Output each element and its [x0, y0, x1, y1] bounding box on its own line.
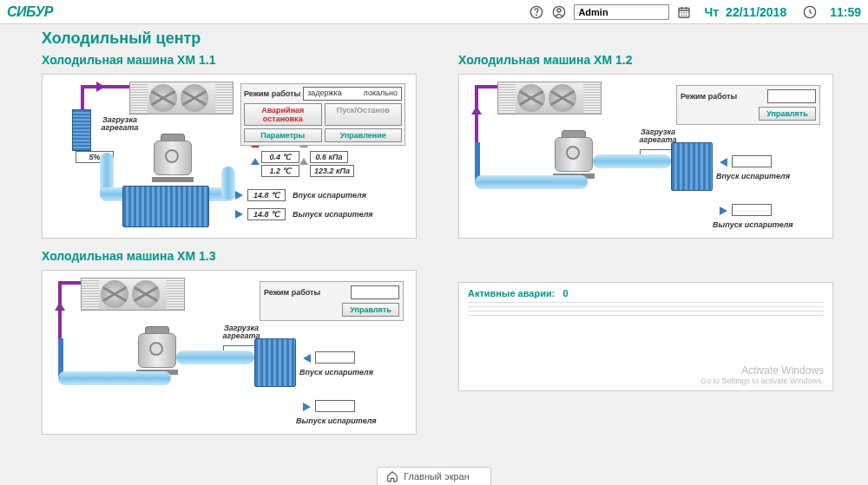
temp2-value: 1.2 ℃: [261, 165, 299, 177]
svg-point-1: [536, 15, 537, 16]
calendar-icon[interactable]: [676, 4, 692, 20]
home-icon: [386, 470, 398, 482]
heat-exchanger-icon: [122, 186, 209, 227]
mode-value2: локально: [364, 88, 398, 99]
alarm-count: 0: [563, 288, 569, 298]
machine-title-xm13: Холодильная машина ХМ 1.3: [42, 249, 417, 263]
alarm-title-prefix: Активные аварии:: [468, 288, 555, 298]
watermark-line1: Activate Windows: [700, 364, 824, 377]
press2-value: 123.2 кПа: [310, 165, 354, 177]
emergency-stop-button[interactable]: Аварийная остановка: [244, 103, 322, 126]
mode-value1: задержка: [307, 88, 342, 99]
heat-exchanger-icon: [254, 338, 296, 387]
machine-panel-xm11: Загрузка агрегата 5%: [42, 74, 417, 239]
watermark-line2: Go to Settings to activate Windows.: [700, 377, 824, 385]
outlet-label: Выпуск испарителя: [713, 220, 793, 229]
control-button[interactable]: Управлять: [342, 303, 399, 317]
page-title: Холодильный центр: [42, 29, 833, 48]
outlet-label: Выпуск испарителя: [296, 416, 377, 425]
condenser-fan-unit: [497, 82, 602, 115]
inlet-label: Впуск испарителя: [716, 172, 790, 180]
mode-display: [767, 89, 816, 103]
mode-display: задержка локально: [303, 87, 402, 101]
mode-label: Режим работы: [681, 92, 737, 101]
inlet-value: [732, 155, 772, 167]
alarm-panel: Активные аварии: 0 Activate Windows Go t…: [458, 282, 833, 391]
control-panel-xm12: Режим работы Управлять: [676, 85, 820, 125]
help-icon[interactable]: [529, 4, 544, 20]
condenser-fan-unit: [129, 82, 233, 115]
outlet-value: 14.8 ℃: [247, 208, 286, 220]
control-button[interactable]: Управление: [325, 128, 403, 142]
load-label: Загрузка агрегата: [98, 116, 141, 132]
outlet-value: [732, 204, 772, 216]
control-panel-xm11: Режим работы задержка локально Аварийная…: [240, 83, 405, 146]
header-date: 22/11/2018: [726, 5, 786, 19]
press1-value: 0.6 кПа: [310, 151, 348, 163]
svg-point-3: [557, 9, 561, 12]
header-bar: СИБУР Чт 22/11/2018 11:59: [0, 0, 868, 24]
bottom-bar: Главный экран: [0, 466, 868, 485]
inlet-value: [315, 351, 355, 364]
heat-exchanger-icon: [671, 142, 713, 191]
evaporator-coil: [72, 109, 91, 151]
inlet-label: Впуск испарителя: [299, 368, 373, 377]
machine-title-xm11: Холодильная машина ХМ 1.1: [42, 53, 417, 67]
condenser-fan-unit: [81, 278, 185, 311]
mode-label: Режим работы: [244, 89, 300, 98]
clock-icon: [802, 4, 818, 20]
home-tab-label: Главный экран: [404, 471, 470, 482]
inlet-value: 14.8 ℃: [247, 189, 286, 201]
parameters-button[interactable]: Параметры: [244, 128, 322, 142]
compressor-icon: [152, 134, 194, 182]
start-stop-button: Пуск/Останов: [325, 103, 403, 126]
temp1-value: 0.4 ℃: [261, 151, 299, 163]
user-icon[interactable]: [551, 4, 567, 20]
outlet-label: Выпуск испарителя: [293, 210, 373, 219]
mode-display: [351, 285, 399, 299]
machine-panel-xm12: Загрузка агрегата Впуск испарителя: [458, 74, 833, 239]
compressor-icon: [136, 326, 178, 375]
logo: СИБУР: [7, 4, 53, 20]
windows-watermark: Activate Windows Go to Settings to activ…: [700, 364, 824, 385]
mode-label: Режим работы: [264, 288, 320, 297]
header-day: Чт: [704, 5, 719, 19]
header-time: 11:59: [830, 5, 861, 19]
machine-panel-xm13: Загрузка агрегата Впуск испарителя Выпус…: [42, 270, 417, 435]
compressor-icon: [553, 130, 595, 179]
machine-title-xm12: Холодильная машина ХМ 1.2: [458, 53, 833, 67]
control-button[interactable]: Управлять: [759, 107, 816, 121]
user-field[interactable]: [574, 4, 669, 20]
control-panel-xm13: Режим работы Управлять: [260, 281, 404, 321]
home-tab[interactable]: Главный экран: [377, 467, 491, 485]
inlet-label: Впуск испарителя: [293, 191, 366, 200]
outlet-value: [315, 400, 355, 412]
